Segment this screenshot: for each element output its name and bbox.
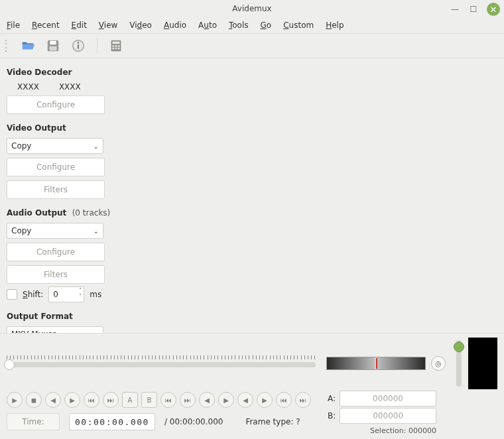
floppy-save-icon — [46, 38, 60, 53]
audio-output-configure-button[interactable]: Configure — [7, 243, 105, 261]
volume-knob[interactable] — [454, 342, 464, 352]
prev-frame-button[interactable]: ◀ — [45, 392, 61, 408]
go-marker-b-button[interactable]: ▶ — [257, 392, 273, 408]
selection-panel: A: 000000 B: 000000 Selection: 000000 — [328, 391, 436, 435]
marker-a-field[interactable]: 000000 — [340, 391, 436, 407]
maximize-button[interactable]: ☐ — [468, 4, 479, 15]
toolbar — [0, 33, 504, 58]
menu-custom[interactable]: Custom — [283, 21, 314, 30]
open-button[interactable] — [19, 36, 37, 55]
marker-b-field[interactable]: 000000 — [340, 408, 436, 424]
video-output-select[interactable]: Copy ⌄ — [7, 138, 103, 154]
audio-output-filters-button[interactable]: Filters — [7, 265, 105, 284]
menu-tools[interactable]: Tools — [229, 21, 249, 30]
time-total: / 00:00:00.000 — [164, 417, 223, 426]
bottom-panel: ◎ ▶ ◼ ◀ ▶ ⏮ ⏭ A B ⏮ ⏭ ◀ ▶ ◀ ▶ — [0, 333, 504, 439]
chevron-down-icon: ⌄ — [94, 227, 99, 235]
svg-rect-9 — [113, 45, 115, 47]
time-button[interactable]: Time: — [7, 413, 60, 430]
svg-rect-11 — [118, 45, 120, 47]
menu-video[interactable]: Video — [129, 21, 152, 30]
toolbar-grip — [5, 38, 9, 53]
prev-black-button[interactable]: ◀ — [199, 392, 215, 408]
timeline-knob[interactable] — [4, 359, 15, 370]
menu-go[interactable]: Go — [261, 21, 272, 30]
next-cut-button[interactable]: ⏭ — [295, 392, 311, 408]
close-button[interactable]: ✕ — [487, 3, 500, 16]
menubar: File Recent Edit View Video Audio Auto T… — [0, 17, 504, 33]
next-keyframe-button[interactable]: ⏭ — [180, 392, 196, 408]
shift-value: 0 — [53, 290, 58, 299]
toolbar-separator — [97, 38, 97, 54]
titlebar: Avidemux — ☐ ✕ — [0, 0, 504, 17]
menu-view[interactable]: View — [99, 21, 117, 30]
prev-intra-button[interactable]: ⏮ — [84, 392, 99, 408]
chevron-down-icon: ⌄ — [94, 143, 99, 150]
info-icon — [71, 38, 86, 53]
film-calc-icon — [109, 38, 123, 53]
window-title: Avidemux — [232, 4, 271, 13]
frame-type-label: Frame type: ? — [245, 417, 300, 426]
calculator-button[interactable] — [107, 36, 125, 55]
volume-slider[interactable] — [456, 340, 462, 387]
svg-rect-5 — [78, 44, 79, 48]
menu-file[interactable]: File — [7, 21, 20, 30]
spin-down-icon[interactable]: ˅ — [79, 294, 82, 300]
marker-a-label: A: — [328, 394, 336, 403]
menu-recent[interactable]: Recent — [32, 21, 60, 30]
decoder-configure-button[interactable]: Configure — [7, 95, 105, 114]
svg-rect-12 — [113, 48, 115, 50]
audio-output-selected: Copy — [11, 226, 31, 235]
next-frame-button[interactable]: ▶ — [64, 392, 80, 408]
time-field[interactable]: 00:00:00.000 — [69, 413, 155, 430]
play-button[interactable]: ▶ — [7, 392, 23, 408]
svg-point-6 — [78, 42, 79, 43]
preview-area — [123, 58, 504, 333]
menu-audio[interactable]: Audio — [164, 21, 186, 30]
decoder-value-2: XXXX — [59, 82, 81, 92]
menu-help[interactable]: Help — [326, 21, 344, 30]
svg-rect-14 — [118, 48, 120, 50]
jog-wheel[interactable] — [326, 357, 426, 370]
audio-output-select[interactable]: Copy ⌄ — [7, 223, 103, 239]
set-marker-a-button[interactable]: A — [122, 392, 138, 408]
go-marker-a-button[interactable]: ◀ — [237, 392, 253, 408]
minimize-button[interactable]: — — [450, 4, 460, 15]
next-black-button[interactable]: ▶ — [218, 392, 234, 408]
shift-spinbox[interactable]: 0 ˄˅ — [48, 286, 84, 302]
save-button[interactable] — [44, 36, 62, 55]
shift-label: Shift: — [23, 290, 43, 299]
output-format-select[interactable]: MKV Muxer ⌄ — [7, 326, 103, 333]
menu-auto[interactable]: Auto — [198, 21, 217, 30]
prev-keyframe-button[interactable]: ⏮ — [160, 392, 176, 408]
output-format-heading: Output Format — [7, 312, 116, 321]
sidebar: Video Decoder XXXX XXXX Configure Video … — [0, 58, 123, 333]
video-decoder-heading: Video Decoder — [7, 68, 116, 77]
folder-open-icon — [21, 38, 35, 53]
marker-b-label: B: — [328, 411, 336, 420]
jog-reset-button[interactable]: ◎ — [431, 356, 446, 371]
set-marker-b-button[interactable]: B — [141, 392, 157, 408]
video-output-filters-button[interactable]: Filters — [7, 180, 105, 199]
svg-rect-2 — [50, 46, 57, 50]
decoder-value-1: XXXX — [17, 82, 39, 92]
timeline[interactable] — [7, 355, 316, 371]
stop-button[interactable]: ◼ — [26, 392, 42, 408]
video-output-configure-button[interactable]: Configure — [7, 158, 105, 176]
shift-unit: ms — [90, 290, 101, 299]
audio-output-heading: Audio Output (0 tracks) — [7, 208, 116, 218]
svg-rect-8 — [113, 42, 120, 44]
shift-checkbox[interactable] — [7, 289, 17, 300]
video-output-heading: Video Output — [7, 123, 116, 133]
selection-label: Selection: 000000 — [328, 426, 436, 435]
vu-meter — [468, 338, 497, 389]
spin-up-icon[interactable]: ˄ — [79, 288, 82, 294]
svg-rect-13 — [115, 48, 117, 50]
prev-cut-button[interactable]: ⏮ — [276, 392, 292, 408]
playback-controls: ▶ ◼ ◀ ▶ ⏮ ⏭ A B ⏮ ⏭ ◀ ▶ ◀ ▶ ⏮ ⏭ — [7, 392, 316, 408]
info-button[interactable] — [69, 36, 88, 55]
svg-rect-10 — [115, 45, 117, 47]
menu-edit[interactable]: Edit — [72, 21, 87, 30]
next-intra-button[interactable]: ⏭ — [103, 392, 119, 408]
video-output-selected: Copy — [11, 141, 31, 151]
